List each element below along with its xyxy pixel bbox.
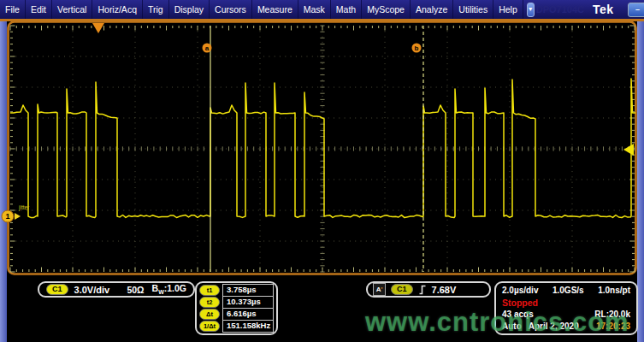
sample-resolution: 1.0ns/pt [598,286,630,295]
cursor-readout-row: t1 3.758µs [199,285,274,296]
model-label: DPO7104C [536,4,584,15]
menu-item[interactable]: File [0,0,26,19]
menu-item[interactable]: Horiz/Acq [92,0,143,19]
menu-item[interactable]: MyScope [362,0,411,19]
trigger-level-marker[interactable] [623,144,634,156]
menu-item[interactable]: Display [169,0,210,19]
cursor-readout-row: 1/Δt 151.158kHz [199,321,274,332]
menu-item[interactable]: Help [493,0,523,19]
trigger-readout-box[interactable]: A' C1 7.68V [366,281,491,298]
channel-readout-box[interactable]: C1 3.0V/div 50Ω BW:1.0G [38,281,195,298]
cursor-badge: Δt [199,309,220,320]
cursor-readout-row: Δt 6.616µs [199,309,274,320]
cursor-badge: t1 [199,285,220,296]
channel-coupling-group: 50Ω BW:1.0G [127,283,186,295]
timebase: 2.0µs/div [502,286,538,295]
menu-item[interactable]: Utilities [453,0,493,19]
tek-logo: Tek [593,3,614,16]
menu-dropdown-button[interactable]: ▼ [527,3,535,17]
channel1-marker-text: 1 [5,212,9,221]
cursor-badge: t2 [199,297,220,308]
cursor-b-label-text: b [415,44,419,52]
menu-item-list: FileEditVerticalHoriz/AcqTrigDisplayCurs… [0,0,523,19]
menu-item[interactable]: Math [331,0,362,19]
cursor-a-label-text: a [205,44,210,52]
menu-item[interactable]: Analyze [411,0,453,19]
cursor-value: 3.758µs [222,284,274,297]
channel-badge: C1 [46,284,68,295]
rising-edge-icon [418,284,427,296]
channel-impedance: 50Ω [127,285,144,295]
oscilloscope-screen: FileEditVerticalHoriz/AcqTrigDisplayCurs… [0,0,644,342]
jitter-annotation: jitter [18,204,30,211]
cursor-readout-row: t2 10.373µs [199,297,274,308]
trigger-level-value: 7.68V [432,285,457,295]
watermark: www.cntronics.com [365,307,629,338]
channel-bandwidth: BW:1.0G [152,283,186,295]
trigger-position-marker[interactable] [92,23,104,33]
cursor-value: 151.158kHz [222,320,274,333]
trigger-source-icon: A' [373,283,386,296]
menu-item[interactable]: Mask [298,0,331,19]
minimize-button[interactable]: – [628,3,644,17]
menu-item[interactable]: Trig [143,0,169,19]
sample-rate: 1.0GS/s [552,286,584,295]
channel-scale: 3.0V/div [74,285,110,295]
channel1-arrow-icon [15,213,21,220]
cursor-value: 6.616µs [222,308,274,321]
menu-item[interactable]: Vertical [52,0,92,19]
acquisition-status: Stopped [502,298,538,308]
title-zone: DPO7104C Tek – X [536,0,644,19]
menu-item[interactable]: Cursors [210,0,252,19]
menu-bar: FileEditVerticalHoriz/AcqTrigDisplayCurs… [0,0,644,19]
menu-item[interactable]: Measure [252,0,298,19]
cursor-value: 10.373µs [222,296,274,309]
trigger-channel-badge: C1 [391,284,413,295]
menu-item[interactable]: Edit [26,0,52,19]
cursor-badge: 1/Δt [199,321,220,332]
cursor-readout-box[interactable]: t1 3.758µs t2 10.373µs Δt 6.616µs 1/Δt 1… [195,281,278,335]
